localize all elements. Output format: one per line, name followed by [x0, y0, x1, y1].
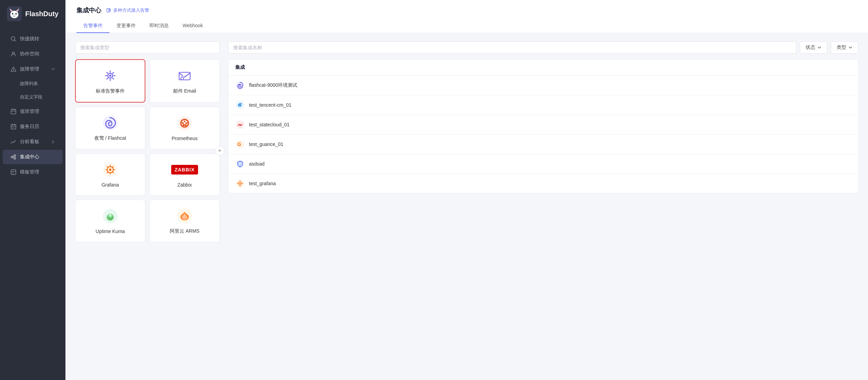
chevron-down-icon — [51, 67, 55, 71]
sidebar-item-analytics[interactable]: 分析看板 — [3, 135, 63, 149]
tab-alert-event[interactable]: 告警事件 — [76, 19, 110, 33]
sidebar-item-incident-list[interactable]: 故障列表 — [3, 77, 63, 90]
list-item-icon-tencent — [235, 100, 245, 110]
tab-webhook[interactable]: Webhook — [176, 19, 210, 33]
search-icon — [10, 36, 17, 42]
sidebar-item-service-calendar[interactable]: 服务日历 — [3, 119, 63, 134]
logo: FlashDuty — [0, 0, 65, 28]
link-icon — [106, 8, 112, 13]
card-icon-flashcat — [102, 115, 118, 131]
svg-rect-22 — [13, 127, 14, 128]
card-label-prometheus: Prometheus — [172, 136, 197, 141]
svg-point-72 — [239, 124, 241, 126]
sidebar-item-incident-mgmt[interactable]: 故障管理 — [3, 62, 63, 76]
card-label-zabbix: Zabbix — [177, 182, 192, 188]
list-item[interactable]: test_grafana — [228, 174, 858, 193]
card-label-flashcat: 夜莺 / Flashcat — [94, 135, 126, 141]
list-item[interactable]: test_statecloud_01 — [228, 115, 858, 135]
svg-point-23 — [11, 156, 13, 158]
card-prometheus[interactable]: Prometheus — [149, 107, 220, 149]
sidebar-item-workspace[interactable]: 协作空间 — [3, 47, 63, 61]
svg-point-34 — [109, 75, 111, 77]
svg-point-1 — [10, 11, 19, 18]
search-integration-name[interactable] — [228, 41, 796, 54]
tab-change-event[interactable]: 变更事件 — [110, 19, 143, 33]
svg-point-45 — [181, 77, 184, 80]
integration-icon — [10, 154, 17, 160]
page-title-link[interactable]: 多种方式接入告警 — [106, 7, 149, 13]
right-controls: 状态 类型 — [228, 41, 858, 54]
card-icon-aliyun — [176, 208, 193, 224]
page-title: 集成中心 — [76, 6, 101, 14]
svg-line-42 — [107, 78, 108, 79]
list-item[interactable]: test_tencent-cm_01 — [228, 95, 858, 115]
sidebar-item-shift-mgmt[interactable]: 值班管理 — [3, 104, 63, 119]
gear-icon — [103, 68, 118, 83]
calendar-icon — [10, 124, 17, 130]
svg-point-51 — [184, 122, 186, 124]
add-button[interactable]: + — [215, 146, 225, 156]
card-label-grafana: Grafana — [102, 182, 119, 188]
sidebar-item-custom-fields[interactable]: 自定义字段 — [3, 91, 63, 104]
svg-rect-28 — [11, 170, 16, 175]
sidebar-item-template-mgmt[interactable]: 模板管理 — [3, 165, 63, 179]
card-std-alert[interactable]: 标准告警事件 — [75, 59, 145, 103]
sidebar-nav: 快捷跳转 协作空间 故障管理 故障列表 自定义字段 — [0, 28, 65, 380]
sidebar-item-quick-jump[interactable]: 快捷跳转 — [3, 32, 63, 46]
content-area: 标准告警事件 邮件 Email — [65, 33, 868, 380]
card-icon-prometheus — [176, 115, 193, 131]
svg-point-25 — [14, 158, 16, 159]
svg-line-26 — [13, 156, 14, 157]
list-item[interactable]: flashcat-9000环境测试 — [228, 76, 858, 95]
card-aliyun-arms[interactable]: 阿里云 ARMS — [149, 200, 220, 242]
tab-instant-msg[interactable]: 即时消息 — [143, 19, 176, 33]
sidebar: FlashDuty 快捷跳转 协作空间 故障管理 — [0, 0, 65, 380]
svg-line-40 — [113, 78, 114, 79]
list-item[interactable]: asdsad — [228, 154, 858, 174]
card-grid: 标准告警事件 邮件 Email — [75, 59, 220, 242]
svg-rect-21 — [12, 127, 13, 128]
svg-line-27 — [13, 157, 14, 158]
svg-line-9 — [15, 40, 16, 42]
svg-point-10 — [12, 52, 14, 54]
page-title-row: 集成中心 多种方式接入告警 — [76, 6, 857, 14]
svg-point-70 — [239, 104, 241, 107]
template-icon — [10, 169, 17, 175]
type-filter-button[interactable]: 类型 — [831, 41, 858, 54]
sidebar-item-integration-center[interactable]: 集成中心 — [3, 150, 63, 164]
warning-icon — [10, 66, 17, 72]
card-grafana[interactable]: Grafana — [75, 154, 145, 196]
chevron-right-icon — [51, 140, 55, 144]
main-content: 集成中心 多种方式接入告警 告警事件 变更事件 即时消息 Webhook — [65, 0, 868, 380]
svg-line-41 — [113, 72, 114, 73]
card-icon-std-alert — [102, 67, 118, 84]
grafana-logo-icon — [102, 162, 118, 178]
card-flashcat[interactable]: 夜莺 / Flashcat — [75, 107, 145, 149]
svg-point-24 — [14, 155, 16, 157]
integration-list: 集成 flashcat-9000环境测试 — [228, 59, 858, 193]
svg-point-8 — [11, 37, 15, 41]
svg-point-2 — [12, 13, 13, 15]
card-email[interactable]: 邮件 Email — [149, 59, 220, 103]
card-label-aliyun: 阿里云 ARMS — [170, 228, 199, 234]
aliyun-logo-icon — [177, 208, 193, 224]
list-item-icon-grafana — [235, 179, 245, 188]
svg-line-39 — [107, 72, 108, 73]
tencent-item-icon — [236, 101, 245, 109]
status-filter-button[interactable]: 状态 — [800, 41, 827, 54]
prometheus-logo-icon — [177, 115, 193, 131]
svg-point-3 — [16, 13, 17, 15]
card-zabbix[interactable]: ZABBIX Zabbix — [149, 154, 220, 196]
list-item-icon-guance: G — [235, 139, 245, 149]
flashcat-logo-icon — [102, 115, 118, 131]
card-uptime-kuma[interactable]: Uptime Kuma — [75, 200, 145, 242]
status-chevron-icon — [817, 45, 822, 50]
card-label-uptime: Uptime Kuma — [96, 229, 125, 234]
logo-text: FlashDuty — [25, 10, 59, 18]
statecloud-item-icon — [236, 120, 245, 129]
search-integration-type[interactable] — [75, 41, 220, 54]
list-item[interactable]: G test_guance_01 — [228, 135, 858, 154]
email-icon — [177, 68, 192, 83]
guance-item-icon: G — [236, 140, 245, 149]
card-label-std-alert: 标准告警事件 — [96, 88, 125, 94]
